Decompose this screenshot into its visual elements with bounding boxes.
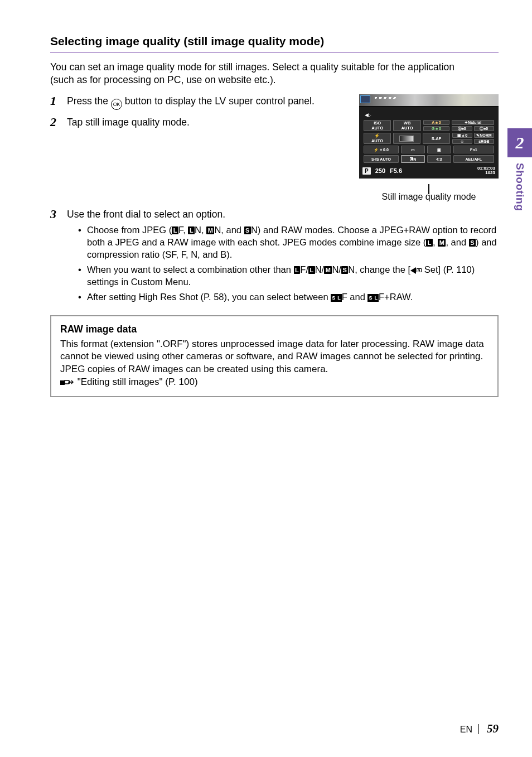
lcd-a0: A ± 0 (423, 120, 449, 125)
size-m-icon: M (324, 266, 332, 274)
svg-rect-0 (60, 380, 65, 385)
raw-info-box: RAW image data This format (extension ".… (50, 315, 499, 398)
size-m-icon: M (206, 226, 214, 234)
page-footer: EN 59 (460, 721, 499, 737)
chapter-number-badge: 2 (507, 128, 532, 157)
camera-lcd-screenshot: ◀:· ISOAUTO WBAUTO A ± 0 G ± 0 ✦ Natural… (359, 94, 499, 179)
step-number: 3 (50, 208, 67, 306)
lcd-natural: ✦ Natural (452, 120, 494, 125)
lcd-mode-p: P (362, 167, 371, 175)
lcd-af-area: ▣ (427, 146, 451, 153)
lcd-saf: S-AF (423, 133, 450, 144)
heading-rule (50, 52, 499, 53)
ok-button-icon: OK (111, 99, 122, 110)
size-l-icon: L (172, 226, 178, 234)
lcd-rgb0: ▣ ± 0 (452, 133, 472, 138)
step-2: 2 Tap still image quality mode. (50, 115, 354, 129)
step-body: Tap still image quality mode. (67, 115, 354, 129)
size-l-icon: L (426, 239, 433, 247)
step1-text-a: Press the (67, 95, 111, 107)
bullet-1: Choose from JPEG (LF, LN, MN, and SN) an… (78, 224, 499, 261)
bullet-2: When you want to select a combination ot… (78, 264, 499, 288)
heading-text: Selecting image quality (still image qua… (50, 33, 499, 50)
lcd-sis: S-IS AUTO (364, 155, 399, 163)
lcd-caption: Still image quality mode (382, 192, 476, 201)
footer-lang: EN (460, 725, 472, 734)
record-mode-icon (417, 268, 422, 272)
lcd-flash-auto: ⚡AUTO (364, 133, 391, 144)
side-tab: 2 Shooting (507, 128, 532, 211)
lcd-aperture: F5.6 (390, 167, 402, 175)
lcd-s0: Ⓢ±0 (452, 126, 472, 131)
lcd-panel-column: ◀:· ISOAUTO WBAUTO A ± 0 G ± 0 ✦ Natural… (354, 94, 499, 202)
lcd-photo-strip (359, 94, 499, 107)
size-l-icon: L (294, 266, 301, 274)
step-number: 2 (50, 115, 67, 129)
lcd-corner-icon (360, 95, 370, 103)
step-1: 1 Press the OK button to display the LV … (50, 94, 354, 110)
steps-column: 1 Press the OK button to display the LV … (50, 94, 354, 134)
size-s-icon: S (341, 266, 348, 274)
lcd-g0: G ± 0 (423, 126, 449, 131)
step-body: Press the OK button to display the LV su… (67, 94, 354, 110)
infobox-ref: "Editing still images" (P. 100) (75, 377, 198, 387)
step-number: 1 (50, 94, 67, 110)
record-mode-icon (410, 267, 416, 274)
intro-paragraph: You can set an image quality mode for st… (50, 61, 474, 87)
infobox-body: This format (extension ".ORF") stores un… (60, 339, 484, 374)
lcd-rect: ▭ (401, 146, 425, 153)
lcd-norm: ✎NORM (474, 133, 494, 138)
size-s-icon: S (469, 239, 476, 247)
high-res-icon: SL (331, 294, 342, 302)
bullet-3: After setting High Res Shot (P. 58), you… (78, 291, 499, 303)
footer-page-number: 59 (487, 722, 499, 735)
step3-text: Use the front dial to select an option. (67, 208, 499, 221)
lcd-shots-left: 1023 (485, 171, 495, 175)
lcd-ael: AEL/AFL (453, 155, 494, 163)
infobox-title: RAW image data (60, 323, 489, 336)
size-l-icon: L (308, 266, 315, 274)
lcd-aspect: 4:3 (427, 155, 451, 163)
size-s-icon: S (244, 226, 251, 234)
lcd-flash-ev: ⚡ ± 0.0 (364, 146, 399, 153)
lcd-ln: LN (401, 155, 425, 163)
chapter-label: Shooting (512, 163, 526, 211)
lcd-iso: ISOAUTO (364, 120, 391, 131)
section-heading: Selecting image quality (still image qua… (50, 33, 499, 53)
lcd-face: ☺ (452, 139, 472, 144)
lcd-c0: Ⓒ±0 (474, 126, 494, 131)
lcd-srgb: sRGB (474, 139, 494, 144)
lcd-stripes-icon (375, 97, 398, 99)
lcd-wb: WBAUTO (393, 120, 420, 131)
lcd-shutter: 250 (375, 167, 385, 175)
record-quality-icon: ◀:· (364, 111, 494, 120)
high-res-icon: SL (367, 294, 379, 302)
lcd-gradient (393, 133, 420, 144)
pointing-hand-icon (60, 378, 75, 387)
step-3: 3 Use the front dial to select an option… (50, 208, 499, 306)
step1-text-b: button to display the LV super control p… (122, 95, 315, 107)
lcd-fn1: Fn1 (453, 146, 494, 153)
size-l-icon: L (188, 226, 195, 234)
size-m-icon: M (438, 239, 446, 247)
